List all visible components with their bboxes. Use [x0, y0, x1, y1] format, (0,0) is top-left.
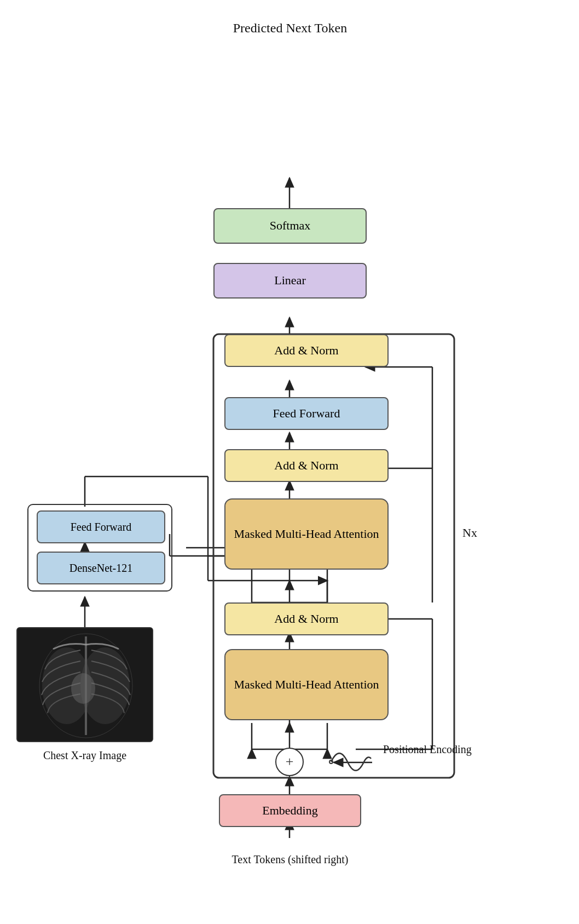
predicted-next-token-label: Predicted Next Token	[213, 19, 367, 37]
svg-point-55	[71, 673, 95, 704]
masked-mha-top-block: Masked Multi-Head Attention	[224, 498, 389, 570]
chest-xray-label: Chest X-ray Image	[16, 748, 153, 763]
xray-image	[16, 627, 153, 742]
feed-forward-decoder-block: Feed Forward	[224, 397, 389, 430]
positional-encoding-label: Positional Encoding	[383, 742, 482, 757]
circle-plus: +	[275, 748, 304, 776]
add-norm-top-block: Add & Norm	[224, 334, 389, 367]
text-tokens-label: Text Tokens (shifted right)	[213, 852, 367, 867]
sine-wave-icon	[328, 748, 372, 776]
diagram-container: Predicted Next Token Softmax Linear Add …	[0, 0, 579, 924]
masked-mha-bot-block: Masked Multi-Head Attention	[224, 649, 389, 720]
feed-forward-encoder-block: Feed Forward	[37, 510, 165, 543]
encoder-box: Feed Forward DenseNet-121	[27, 504, 172, 592]
embedding-block: Embedding	[219, 794, 361, 827]
softmax-block: Softmax	[213, 208, 367, 244]
linear-block: Linear	[213, 263, 367, 299]
densenet-block: DenseNet-121	[37, 552, 165, 584]
nx-label: Nx	[462, 526, 477, 540]
add-norm-mid-block: Add & Norm	[224, 449, 389, 482]
add-norm-bot-block: Add & Norm	[224, 602, 389, 635]
